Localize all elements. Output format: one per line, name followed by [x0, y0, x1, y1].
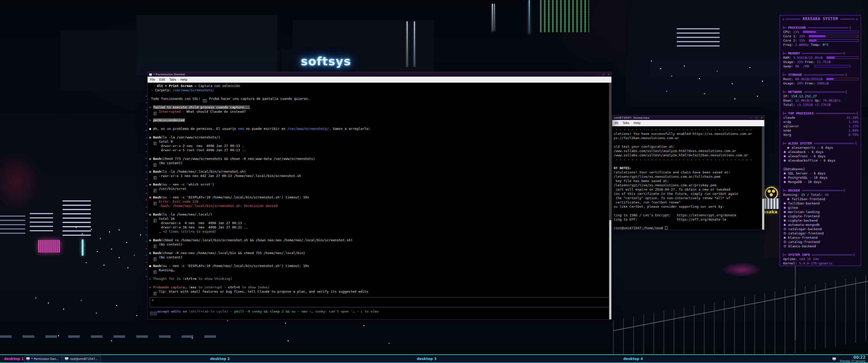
filled-dot-icon — [784, 177, 786, 179]
text-segment: total 8 — [157, 140, 173, 143]
taskbar-desktop-3[interactable]: desktop 3 — [417, 357, 436, 361]
terminal-line: 23BF Error: Exit code 126 — [149, 199, 608, 204]
terminal-cursor — [665, 226, 668, 230]
rt-titlebar[interactable]: vmi871047: /home/neo –□× — [612, 116, 764, 120]
terminal-line: /www.ssllabs.com/ssltest/analyze.html?d=… — [614, 149, 761, 153]
taskbar-window-label: * Permission Den... — [31, 357, 59, 361]
conky-title-row: ╒ ARASAKA SYSTEM ╕ — [782, 17, 859, 21]
usage-bar — [827, 57, 859, 59]
terminal-line — [149, 92, 608, 97]
close-icon[interactable]: × — [761, 117, 763, 119]
text-segment — [149, 187, 153, 191]
minimize-icon[interactable]: – — [597, 73, 599, 76]
clock-date: Tuesday 27 January — [839, 360, 866, 363]
input-prompt: > — [152, 298, 154, 302]
main-menu-file[interactable]: File — [150, 78, 155, 81]
process-row: claude21.26% — [782, 116, 859, 120]
text-segment: /var/www/screenshots/ — [287, 127, 329, 131]
terminal-line: drwxr-xr-x 38 neo neo 4096 Jan 27 00:21 … — [149, 225, 608, 229]
taskbar-desktop-4[interactable]: desktop 4 — [623, 357, 643, 361]
terminal-line — [149, 191, 608, 195]
taskbar-desktop-1[interactable]: desktop 1 — [4, 357, 24, 361]
main-menu-tabs[interactable]: Tabs — [169, 78, 176, 81]
hollow-dot-icon — [784, 241, 786, 243]
stat-row: Root: 80.9GiB/391GiB — [782, 77, 859, 81]
text-segment: /www.ssllabs.com/ssltest/analyze.html?d=… — [614, 153, 748, 157]
terminal-line: ● Ah, es un problema de permisos. El usu… — [149, 127, 608, 131]
text-segment: accept edits on — [157, 309, 187, 314]
service-row: gitea — [782, 205, 859, 210]
text-segment: uld test your configuration at: — [614, 145, 675, 148]
terminal-line: 23BF Running… — [149, 268, 608, 272]
rt-scrollbar-thumb[interactable] — [762, 199, 764, 230]
terminal-line: drwxr-xr-x 5 root root 4096 Jan 27 00:13… — [149, 148, 608, 152]
taskbar-clock[interactable]: 00:22 Tuesday 27 January — [832, 356, 866, 363]
text-segment: (chown -R neo:neo /home/neo/.local/bin &… — [161, 251, 305, 255]
maximize-icon[interactable]: □ — [602, 73, 604, 76]
taskbar-window-button[interactable]: * Permission Den... — [25, 356, 62, 362]
text-segment: drwxr-xr-x 38 neo neo 4096 Jan 27 00:21 … — [149, 225, 248, 229]
text-segment: · ↓ to view — [355, 309, 378, 314]
building-window-rows — [63, 200, 91, 236]
text-segment — [149, 290, 153, 293]
main-terminal-content[interactable]: - Alt + Print Screen → Captura con selec… — [148, 83, 611, 319]
text-segment: Bash — [153, 251, 161, 255]
rt-menu-help[interactable]: Help — [633, 121, 641, 125]
pink-neon-billboard — [38, 240, 60, 253]
text-segment: · What should Claude do instead? — [181, 110, 246, 113]
process-row: Xorg0.75% — [782, 133, 859, 137]
stat-row: Swap: 0B /0B — [782, 64, 859, 68]
green-lit-building — [540, 0, 589, 32]
text-segment: ion of this certificate in the future, s… — [614, 192, 738, 196]
cyan-neon-bar — [82, 239, 84, 256]
terminal-line: /letsencrypt/live/ss.neosolutions.com.ar… — [614, 174, 761, 179]
text-segment: NT NOTES: — [614, 166, 631, 170]
missing-glyph-box-icon: 23BF — [154, 189, 156, 192]
terminal-line: /www.ssllabs.com/ssltest/analyze.html?d=… — [614, 153, 761, 157]
filled-dot-icon — [784, 215, 786, 217]
terminal-line: drwxrwxr-x 4 neo neo 4096 Jan 27 00:13 . — [149, 221, 608, 225]
service-row: fail2ban-frontend — [782, 197, 859, 201]
skyline-buildings — [136, 15, 278, 76]
text-segment: - - - - - - - - - - - - - - - - - - - - … — [614, 128, 752, 131]
text-segment: Todo funcionando con SSL! — [149, 97, 203, 101]
text-segment: Running… — [157, 268, 175, 272]
terminal-line: ting to ISRG / Let's Encrypt: https://le… — [614, 213, 761, 217]
text-segment: to show thinking) — [196, 277, 232, 280]
rt-terminal-content[interactable]: - - - - - - - - - - - - - - - - - - - - … — [612, 126, 764, 230]
terminal-line: - Carpeta: /var/www/screenshots/ — [149, 88, 608, 92]
light-column — [407, 22, 407, 67]
text-segment: ● — [149, 157, 153, 161]
text-segment: ● — [149, 127, 153, 131]
main-scrollbar[interactable] — [609, 83, 611, 319]
missing-glyph-box-icon: 23BF — [154, 270, 156, 274]
hollow-dot-icon — [784, 228, 786, 230]
text-segment: Bash — [153, 264, 161, 268]
service-row: catalog-frontend — [782, 240, 859, 244]
main-titlebar[interactable]: * Permission Denied –□× — [148, 72, 611, 77]
rt-menu-dit[interactable]: dit — [614, 121, 618, 125]
claude-input-box[interactable]: > — [150, 297, 609, 307]
service-row: catalogar-backend — [782, 227, 859, 231]
main-menu-help[interactable]: Help — [180, 78, 187, 81]
terminal-line: > failed to execute child process cuando… — [149, 105, 608, 109]
rt-scrollbar[interactable] — [762, 126, 764, 230]
text-segment — [149, 204, 159, 208]
main-menu-edit[interactable]: Edit — [159, 78, 165, 81]
stat-row: Hostname: vmi871047.contaboserver.net — [782, 265, 859, 266]
text-segment: failed to execute child process cuando c… — [153, 105, 250, 109]
taskbar-window-button[interactable]: root@vmi871047... — [63, 356, 101, 362]
close-icon[interactable]: × — [608, 73, 610, 76]
maximize-icon[interactable]: □ — [755, 117, 757, 119]
rt-menu-tabs[interactable]: Tabs — [623, 121, 629, 125]
minimize-icon[interactable]: – — [750, 117, 752, 119]
taskbar-desktop-2[interactable]: desktop 2 — [210, 357, 230, 361]
terminal-line: ● Bash(chmod 775 /var/www/screenshots &&… — [149, 157, 608, 161]
main-scrollbar-thumb[interactable] — [609, 220, 611, 319]
text-segment: (No content) — [157, 255, 183, 259]
terminal-line — [149, 131, 608, 135]
text-segment: cert will expire on 2026-04-27. To obtai… — [614, 188, 730, 191]
text-segment: ∴ — [149, 277, 153, 280]
terminal-line: ● Bash(ls -la /var/www/screenshots/) — [149, 135, 608, 139]
terminal-line: ● Bash(chown -R neo:neo /home/neo/.local… — [149, 251, 608, 255]
